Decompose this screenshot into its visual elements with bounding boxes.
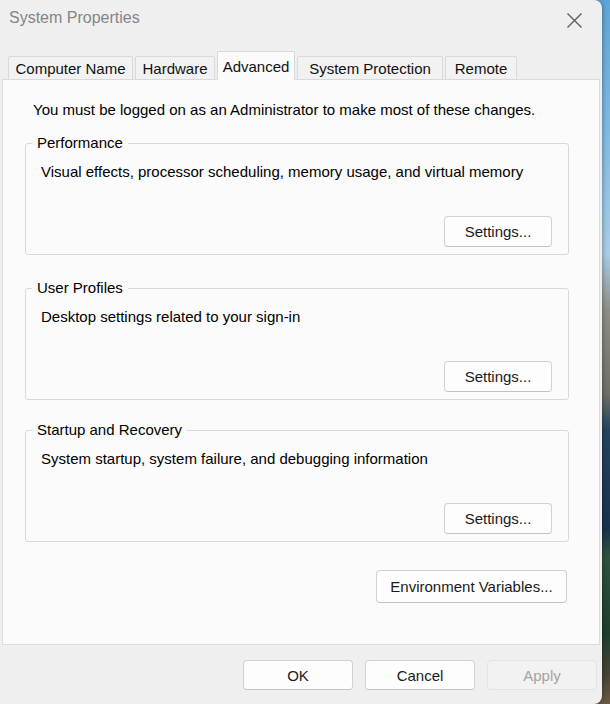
- startup-recovery-settings-button[interactable]: Settings...: [444, 503, 552, 534]
- apply-button[interactable]: Apply: [487, 660, 597, 690]
- window-title: System Properties: [9, 9, 140, 27]
- performance-settings-button[interactable]: Settings...: [444, 216, 552, 247]
- close-button[interactable]: [553, 4, 595, 36]
- tab-strip: Computer Name Hardware Advanced System P…: [8, 51, 519, 80]
- system-properties-dialog: System Properties Computer Name Hardware…: [0, 0, 602, 704]
- environment-variables-button[interactable]: Environment Variables...: [376, 570, 567, 603]
- group-user-profiles-title: User Profiles: [32, 279, 128, 296]
- cancel-button[interactable]: Cancel: [365, 660, 475, 690]
- close-icon: [566, 12, 583, 29]
- ok-button[interactable]: OK: [243, 660, 353, 690]
- group-performance-title: Performance: [32, 134, 128, 151]
- group-performance: Performance Visual effects, processor sc…: [25, 143, 569, 255]
- group-startup-recovery: Startup and Recovery System startup, sys…: [25, 430, 569, 542]
- group-startup-recovery-description: System startup, system failure, and debu…: [41, 450, 428, 467]
- user-profiles-settings-button[interactable]: Settings...: [444, 361, 552, 392]
- group-performance-description: Visual effects, processor scheduling, me…: [41, 163, 523, 180]
- tab-advanced[interactable]: Advanced: [217, 51, 295, 80]
- tab-system-protection[interactable]: System Protection: [297, 56, 443, 80]
- group-user-profiles: User Profiles Desktop settings related t…: [25, 288, 569, 400]
- admin-notice: You must be logged on as an Administrato…: [33, 101, 535, 118]
- group-startup-recovery-title: Startup and Recovery: [32, 421, 187, 438]
- tab-remote[interactable]: Remote: [445, 56, 517, 80]
- tab-hardware[interactable]: Hardware: [135, 56, 215, 80]
- tab-computer-name[interactable]: Computer Name: [8, 56, 133, 80]
- advanced-tab-page: You must be logged on as an Administrato…: [2, 79, 600, 645]
- group-user-profiles-description: Desktop settings related to your sign-in: [41, 308, 300, 325]
